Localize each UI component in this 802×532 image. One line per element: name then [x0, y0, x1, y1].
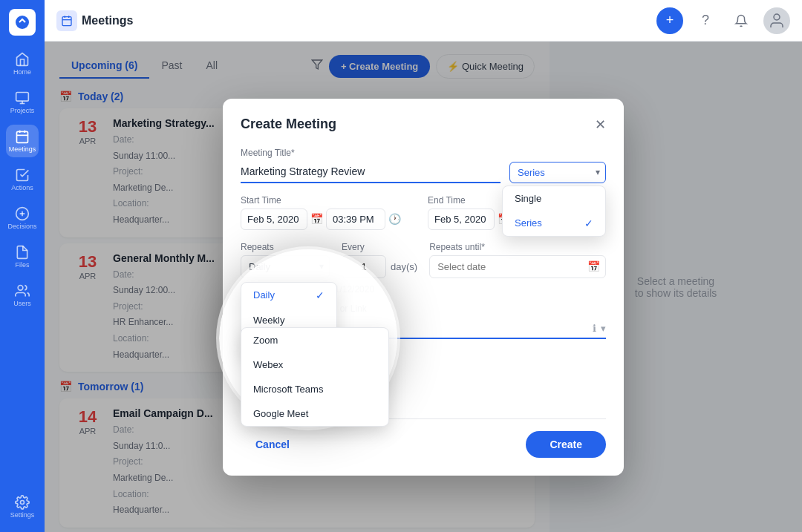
sidebar-item-home[interactable]: Home	[6, 47, 39, 80]
sidebar-item-settings[interactable]: Settings	[6, 490, 39, 523]
title-type-row: Meeting Title* Series Single ▾ Single	[241, 148, 606, 183]
repeats-until-calendar-icon: 📅	[587, 260, 600, 272]
repeats-until-wrapper: 📅	[429, 255, 606, 278]
dropdown-item-single[interactable]: Single	[503, 186, 605, 211]
svg-rect-13	[62, 16, 71, 25]
days-label: day(s)	[391, 261, 417, 272]
svg-rect-1	[16, 93, 29, 102]
create-button[interactable]: Create	[526, 431, 606, 458]
dropdown-item-webex[interactable]: Webex	[241, 352, 388, 377]
topbar: Meetings + ?	[45, 0, 802, 42]
modal-overlay: Create Meeting ✕ Meeting Title* Series S…	[45, 42, 802, 532]
sidebar-item-users[interactable]: Users	[6, 279, 39, 312]
start-time-clock-icon[interactable]: 🕐	[388, 213, 401, 225]
start-time-group: Start Time 📅 🕐	[241, 195, 419, 230]
end-date-input[interactable]	[428, 208, 495, 230]
svg-point-11	[18, 286, 23, 291]
topbar-actions: + ?	[656, 7, 790, 34]
create-meeting-modal: Create Meeting ✕ Meeting Title* Series S…	[223, 99, 624, 476]
start-date-input[interactable]	[241, 208, 307, 230]
modal-close-button[interactable]: ✕	[595, 116, 606, 133]
video-info-button[interactable]: ℹ	[593, 322, 596, 333]
main-area: Meetings + ? Upcoming (	[45, 0, 802, 532]
meeting-title-label: Meeting Title*	[241, 148, 501, 158]
sidebar-item-meetings-label: Meetings	[9, 145, 36, 153]
start-time-inputs: 📅 🕐	[241, 208, 419, 230]
breadcrumb: Meetings	[56, 10, 651, 31]
dropdown-item-series[interactable]: Series ✓	[503, 211, 605, 236]
check-icon: ✓	[584, 217, 593, 229]
sidebar-item-home-label: Home	[13, 68, 31, 76]
repeats-select-wrapper: Daily Weekly Monthly ▾ Daily ✓	[241, 255, 330, 278]
repeats-until-group: Repeats until* 📅	[429, 242, 606, 278]
meetings-icon	[56, 10, 77, 31]
repeats-until-input[interactable]	[429, 255, 606, 278]
start-time-label: Start Time	[241, 195, 419, 206]
meeting-type-select[interactable]: Series Single	[509, 162, 606, 183]
svg-rect-4	[17, 131, 28, 142]
repeats-group: Repeats Daily Weekly Monthly ▾	[241, 242, 330, 278]
video-toggle-button[interactable]: ▾	[601, 322, 606, 333]
help-button[interactable]: ?	[692, 7, 719, 34]
sidebar-item-files[interactable]: Files	[6, 240, 39, 273]
content-area: Upcoming (6) Past All + Create Meeting ⚡…	[45, 42, 802, 532]
video-input-actions: ℹ ▾	[593, 322, 606, 333]
sidebar-item-meetings[interactable]: Meetings	[6, 125, 39, 157]
sidebar-item-users-label: Users	[13, 300, 31, 307]
series-dropdown: Single Series ✓	[502, 185, 606, 237]
dropdown-item-teams[interactable]: Microsoft Teams	[241, 377, 388, 401]
meeting-title-group: Meeting Title*	[241, 148, 501, 183]
repeats-section: Repeats Daily Weekly Monthly ▾	[241, 242, 606, 278]
avatar[interactable]	[763, 7, 790, 34]
notification-button[interactable]	[728, 7, 754, 34]
modal-title: Create Meeting	[241, 116, 336, 132]
repeats-label: Repeats	[241, 242, 330, 252]
app-logo	[9, 9, 36, 36]
sidebar-item-projects-label: Projects	[10, 107, 35, 114]
every-value-input[interactable]	[342, 255, 386, 278]
sidebar-item-decisions[interactable]: Decisions	[6, 202, 39, 234]
every-label: Every	[342, 242, 417, 252]
sidebar-item-files-label: Files	[15, 261, 29, 269]
repeats-until-label: Repeats until*	[429, 242, 606, 252]
sidebar-item-settings-label: Settings	[10, 511, 35, 519]
add-button[interactable]: +	[656, 7, 683, 34]
modal-header: Create Meeting ✕	[241, 116, 606, 133]
sidebar-item-actions[interactable]: Actions	[6, 163, 39, 196]
dropdown-item-gmeet[interactable]: Google Meet	[241, 401, 388, 426]
page-title: Meetings	[82, 14, 133, 27]
dropdown-item-zoom[interactable]: Zoom	[241, 328, 388, 352]
video-dropdown: Zoom Webex Microsoft Teams Google Meet	[241, 327, 389, 427]
svg-point-0	[16, 16, 29, 29]
repeats-select[interactable]: Daily Weekly Monthly	[241, 255, 330, 278]
meeting-title-input[interactable]	[241, 161, 501, 183]
meeting-type-wrapper: Series Single ▾ Single Series ✓	[509, 162, 606, 183]
svg-point-12	[21, 501, 25, 505]
every-group: Every day(s)	[342, 242, 417, 278]
dropdown-item-daily[interactable]: Daily ✓	[241, 283, 336, 308]
sidebar-item-decisions-label: Decisions	[7, 223, 36, 230]
sidebar: Home Projects Meetings Actions Decisions	[0, 0, 45, 532]
sidebar-item-projects[interactable]: Projects	[6, 86, 39, 119]
modal-footer: Cancel Create	[241, 431, 606, 458]
start-time-input[interactable]	[326, 208, 385, 230]
start-date-calendar-icon[interactable]: 📅	[310, 213, 323, 225]
sidebar-item-actions-label: Actions	[11, 184, 33, 191]
every-inputs: day(s)	[342, 255, 417, 278]
cancel-button[interactable]: Cancel	[241, 431, 304, 458]
daily-check-icon: ✓	[316, 289, 325, 301]
svg-point-17	[774, 14, 780, 20]
